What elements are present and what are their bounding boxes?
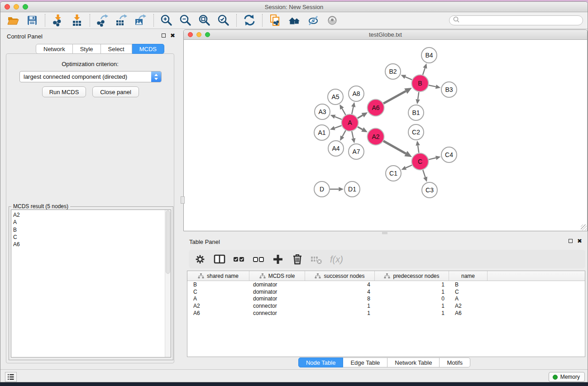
resize-grip-icon[interactable] [581,224,587,230]
graph-node-A6[interactable]: A6 [368,100,384,116]
apply-layout-button[interactable] [286,13,302,28]
zoom-out-icon [179,14,192,27]
graph-node-B2[interactable]: B2 [385,64,401,79]
tab-network-table[interactable]: Network Table [387,357,440,367]
open-session-icon [6,14,20,27]
result-scrollbar-thumb[interactable] [166,210,170,274]
window-title: Session: New Session [0,4,588,10]
tab-network[interactable]: Network [36,44,73,54]
criterion-dropdown[interactable]: largest connected component (directed) [19,71,162,82]
graph-node-A3[interactable]: A3 [315,104,330,119]
add-column-button[interactable] [270,252,286,267]
table-row[interactable]: Adominator80A [187,295,585,303]
save-session-icon [25,14,39,27]
svg-text:A6: A6 [372,104,379,111]
result-list-item[interactable]: B [13,226,171,234]
result-list-item[interactable]: A [13,219,171,226]
network-canvas[interactable]: A A1 A2 A3 A4 A5 A6 A7 A8 B B1 B2 B3 [184,40,587,231]
graph-node-A4[interactable]: A4 [328,141,344,156]
table-row[interactable]: Cdominator41C [187,288,585,295]
graph-node-A7[interactable]: A7 [349,144,364,159]
import-network-button[interactable] [50,13,66,28]
network-graph[interactable]: A A1 A2 A3 A4 A5 A6 A7 A8 B B1 B2 B3 [184,40,587,231]
memory-button[interactable]: Memory [549,372,585,382]
refresh-view-button[interactable] [241,13,258,28]
tab-node-table[interactable]: Node Table [298,357,344,367]
table-row[interactable]: A2connector11A2 [187,302,585,310]
column-header-name[interactable]: name [449,271,488,281]
run-mcds-button[interactable]: Run MCDS [42,86,86,97]
graph-node-C3[interactable]: C3 [422,182,437,198]
graph-node-D1[interactable]: D1 [344,181,360,197]
tab-select[interactable]: Select [101,44,132,54]
close-table-panel-icon[interactable]: ✖ [577,239,582,243]
tab-mcds[interactable]: MCDS [132,44,164,54]
graph-node-C1[interactable]: C1 [386,166,401,181]
graph-node-A2[interactable]: A2 [368,129,384,145]
float-panel-icon[interactable] [162,33,166,38]
graph-node-C[interactable]: C [412,153,429,170]
close-panel-icon[interactable]: ✖ [170,33,175,38]
svg-text:C: C [418,158,422,165]
zoom-in-button[interactable] [158,13,175,28]
new-network-from-selection-button[interactable] [267,13,283,28]
open-session-button[interactable] [5,13,21,28]
svg-text:A4: A4 [332,145,339,152]
graph-node-A[interactable]: A [342,114,359,131]
zoom-fit-button[interactable] [196,13,213,28]
dropdown-stepper-icon [151,71,161,82]
import-table-button[interactable] [69,13,85,28]
close-panel-button[interactable]: Close panel [92,86,139,97]
toolbar-separator [262,14,263,27]
divider-handle[interactable] [382,232,387,234]
svg-text:C4: C4 [445,151,453,158]
table-cell: A6 [187,310,249,316]
divider-grip[interactable] [181,196,185,204]
result-scrollbar[interactable] [165,210,171,357]
graph-node-B3[interactable]: B3 [441,82,457,97]
graph-node-C2[interactable]: C2 [408,124,424,140]
graph-node-A5[interactable]: A5 [328,89,343,105]
export-network-button[interactable] [95,13,111,28]
table-cell: A6 [449,310,488,316]
float-table-panel-icon[interactable] [569,239,573,243]
tab-edge-table[interactable]: Edge Table [343,357,387,367]
toggle-graphics-details-button[interactable] [305,13,321,28]
select-all-columns-button[interactable] [231,252,247,267]
export-image-button[interactable] [133,13,149,28]
save-session-button[interactable] [24,13,40,28]
result-list-item[interactable]: A6 [13,241,171,248]
memory-status-icon [553,375,558,380]
table-row[interactable]: A6connector11A6 [187,310,585,317]
result-list-item[interactable]: C [13,234,171,241]
graph-node-D[interactable]: D [314,181,330,197]
task-history-button[interactable] [5,372,17,382]
apply-layout-icon [287,14,301,27]
delete-column-button[interactable] [290,252,305,267]
search-field[interactable] [449,15,583,25]
graph-node-C4[interactable]: C4 [441,147,457,162]
table-row[interactable]: Bdominator41B [187,281,585,288]
graph-node-A1[interactable]: A1 [314,125,330,140]
graph-node-A8[interactable]: A8 [349,86,364,101]
tab-motifs[interactable]: Motifs [440,357,470,367]
mcds-result-list: A2ABCA6 [11,210,171,357]
search-input[interactable] [460,17,583,24]
show-hide-panel-button[interactable] [324,13,340,28]
export-table-button[interactable] [114,13,130,28]
column-header-shared-name[interactable]: shared name [187,271,249,281]
graph-node-B[interactable]: B [412,75,429,92]
deselect-all-columns-button[interactable] [251,252,266,267]
graph-node-B1[interactable]: B1 [408,105,424,120]
zoom-out-button[interactable] [177,13,194,28]
column-header-predecessor-nodes[interactable]: predecessor nodes [375,271,449,281]
show-columns-button[interactable] [212,252,227,267]
column-header-successor-nodes[interactable]: successor nodes [305,271,375,281]
zoom-selected-button[interactable] [215,13,232,28]
graph-node-B4[interactable]: B4 [421,48,437,63]
column-header-MCDS-role[interactable]: MCDS role [249,271,305,281]
column-settings-button[interactable] [192,252,208,267]
result-list-item[interactable]: A2 [13,211,171,219]
tab-style[interactable]: Style [73,44,101,54]
show-columns-icon [213,253,226,266]
